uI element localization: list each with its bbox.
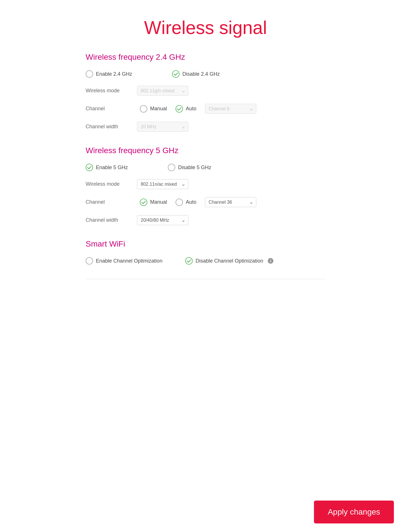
enable-5ghz-option[interactable]: Enable 5 GHz <box>86 164 128 171</box>
disable-channel-opt-radio[interactable] <box>185 257 193 265</box>
apply-changes-button[interactable]: Apply changes <box>314 501 394 523</box>
channel-5ghz-manual-radio[interactable] <box>140 199 147 206</box>
channel-5ghz-auto-option[interactable]: Auto <box>176 199 196 206</box>
disable-24ghz-radio[interactable] <box>172 70 180 78</box>
channel-optimization-row: Enable Channel Optimization Disable Chan… <box>86 257 325 265</box>
section-5ghz-title: Wireless frequency 5 GHz <box>86 146 325 155</box>
disable-5ghz-radio[interactable] <box>168 164 175 171</box>
channel-width-5ghz-row: Channel width 20/40/80 MHz <box>86 215 325 225</box>
channel-5ghz-auto-label: Auto <box>186 199 196 205</box>
smart-wifi-title: Smart WiFi <box>86 239 325 249</box>
channel-5ghz-manual-option[interactable]: Manual <box>140 199 167 206</box>
disable-channel-opt-label: Disable Channel Optimization <box>196 258 263 264</box>
disable-5ghz-label: Disable 5 GHz <box>178 165 211 171</box>
channel-5ghz-auto-radio[interactable] <box>176 199 183 206</box>
channel-width-24ghz-label: Channel width <box>86 124 131 130</box>
channel-24ghz-select[interactable]: Channel 6 <box>205 104 256 114</box>
channel-width-5ghz-select[interactable]: 20/40/80 MHz <box>137 215 188 225</box>
channel-5ghz-manual-label: Manual <box>150 199 167 205</box>
enable-channel-opt-option[interactable]: Enable Channel Optimization <box>86 257 162 265</box>
page-title: Wireless signal <box>86 11 325 38</box>
wireless-mode-24ghz-select[interactable]: 802.11g/n mixed <box>137 86 188 96</box>
bottom-divider <box>86 279 325 279</box>
channel-width-24ghz-select-wrapper: 20 MHz <box>137 122 188 132</box>
enable-channel-opt-label: Enable Channel Optimization <box>96 258 162 264</box>
svg-point-0 <box>172 71 179 77</box>
disable-5ghz-option[interactable]: Disable 5 GHz <box>168 164 211 171</box>
enable-disable-5ghz-row: Enable 5 GHz Disable 5 GHz <box>86 164 325 171</box>
wireless-mode-5ghz-select[interactable]: 802.11n/ac mixed <box>137 179 188 189</box>
wireless-mode-24ghz-row: Wireless mode 802.11g/n mixed <box>86 86 325 96</box>
enable-5ghz-label: Enable 5 GHz <box>96 165 128 171</box>
channel-24ghz-row: Channel Manual Auto Channel 6 <box>86 104 325 114</box>
apply-btn-container: Apply changes <box>297 492 411 532</box>
svg-point-3 <box>140 199 147 205</box>
enable-channel-opt-radio[interactable] <box>86 257 93 265</box>
section-smart-wifi: Smart WiFi Enable Channel Optimization D… <box>86 239 325 265</box>
channel-width-5ghz-select-wrapper: 20/40/80 MHz <box>137 215 188 225</box>
svg-point-1 <box>176 105 183 112</box>
wireless-mode-5ghz-label: Wireless mode <box>86 181 131 187</box>
channel-24ghz-label: Channel <box>86 106 131 112</box>
channel-24ghz-select-wrapper: Channel 6 <box>205 104 256 114</box>
channel-24ghz-manual-option[interactable]: Manual <box>140 105 167 113</box>
section-24ghz: Wireless frequency 2.4 GHz Enable 2.4 GH… <box>86 53 325 132</box>
page-container: Wireless signal Wireless frequency 2.4 G… <box>68 0 342 319</box>
channel-24ghz-auto-option[interactable]: Auto <box>176 105 196 113</box>
enable-5ghz-checkmark-icon <box>86 163 93 171</box>
wireless-mode-24ghz-label: Wireless mode <box>86 88 131 94</box>
enable-disable-24ghz-row: Enable 2.4 GHz Disable 2.4 GHz <box>86 70 325 78</box>
wireless-mode-24ghz-select-wrapper: 802.11g/n mixed <box>137 86 188 96</box>
wireless-mode-5ghz-row: Wireless mode 802.11n/ac mixed <box>86 179 325 189</box>
channel-width-5ghz-label: Channel width <box>86 217 131 223</box>
channel-24ghz-auto-label: Auto <box>186 106 196 112</box>
channel-24ghz-manual-radio[interactable] <box>140 105 147 113</box>
channel-24ghz-auto-radio[interactable] <box>176 105 183 113</box>
disable-24ghz-checkmark-icon <box>172 70 180 78</box>
channel-24ghz-auto-checkmark-icon <box>176 105 183 113</box>
enable-24ghz-radio[interactable] <box>86 70 93 78</box>
section-24ghz-title: Wireless frequency 2.4 GHz <box>86 53 325 62</box>
channel-5ghz-label: Channel <box>86 199 131 205</box>
enable-24ghz-option[interactable]: Enable 2.4 GHz <box>86 70 132 78</box>
svg-point-2 <box>86 164 93 171</box>
enable-24ghz-label: Enable 2.4 GHz <box>96 71 132 77</box>
svg-point-4 <box>186 257 192 264</box>
channel-5ghz-row: Channel Manual Auto Channel 36 <box>86 197 325 207</box>
disable-channel-opt-option[interactable]: Disable Channel Optimization i <box>185 257 273 265</box>
channel-24ghz-manual-label: Manual <box>150 106 167 112</box>
section-5ghz: Wireless frequency 5 GHz Enable 5 GHz Di… <box>86 146 325 225</box>
disable-channel-opt-checkmark-icon <box>185 257 193 265</box>
channel-width-24ghz-row: Channel width 20 MHz <box>86 122 325 132</box>
wireless-mode-5ghz-select-wrapper: 802.11n/ac mixed <box>137 179 188 189</box>
channel-5ghz-select[interactable]: Channel 36 <box>205 197 256 207</box>
channel-width-24ghz-select[interactable]: 20 MHz <box>137 122 188 132</box>
channel-5ghz-manual-checkmark-icon <box>140 198 147 206</box>
disable-24ghz-label: Disable 2.4 GHz <box>182 71 220 77</box>
disable-24ghz-option[interactable]: Disable 2.4 GHz <box>172 70 220 78</box>
info-icon[interactable]: i <box>268 258 273 264</box>
channel-5ghz-select-wrapper: Channel 36 <box>205 197 256 207</box>
enable-5ghz-radio[interactable] <box>86 164 93 171</box>
